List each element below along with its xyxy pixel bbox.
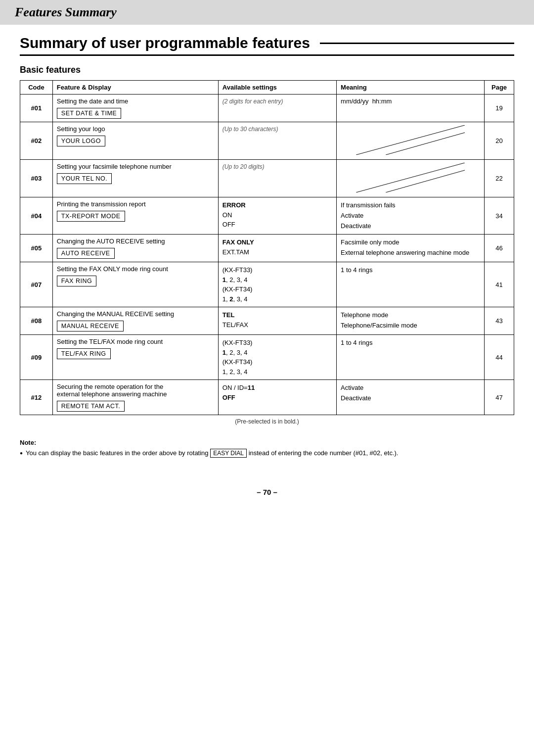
meaning-cell-01: mm/dd/yy hh:mm xyxy=(337,94,485,122)
table-row: #07 Setting the FAX ONLY mode ring count… xyxy=(20,262,514,307)
display-box-09: TEL/FAX RING xyxy=(57,348,111,359)
easy-dial-box: EASY DIAL xyxy=(210,449,247,458)
settings-cell-04: ERROR ON OFF xyxy=(218,197,336,235)
table-row: #05 Changing the AUTO RECEIVE setting AU… xyxy=(20,235,514,262)
features-table: Code Feature & Display Available setting… xyxy=(20,80,514,415)
feature-cell-02: Setting your logo YOUR LOGO xyxy=(52,122,218,160)
settings-cell-03: (Up to 20 digits) xyxy=(218,160,336,197)
display-box-12: REMOTE TAM ACT. xyxy=(57,401,125,412)
page-cell-03: 22 xyxy=(485,160,514,197)
table-row: #12 Securing the remote operation for th… xyxy=(20,380,514,415)
code-cell-03: #03 xyxy=(20,160,53,197)
preselected-note: (Pre-selected is in bold.) xyxy=(20,418,514,425)
col-header-settings: Available settings xyxy=(218,81,336,94)
diagonal-lines-03 xyxy=(341,163,480,192)
display-box-05: AUTO RECEIVE xyxy=(57,248,115,259)
page-footer: – 70 – xyxy=(20,488,514,496)
main-content: Summary of user programmable features Ba… xyxy=(0,25,534,516)
svg-line-2 xyxy=(356,163,465,192)
header-banner: Features Summary xyxy=(0,0,534,25)
code-cell-09: #09 xyxy=(20,335,53,380)
page-cell-01: 19 xyxy=(485,94,514,122)
diagonal-lines-02 xyxy=(341,125,480,155)
table-row: #09 Setting the TEL/FAX mode ring count … xyxy=(20,335,514,380)
page-cell-02: 20 xyxy=(485,122,514,160)
col-header-code: Code xyxy=(20,81,53,94)
code-cell-12: #12 xyxy=(20,380,53,415)
col-header-feature: Feature & Display xyxy=(52,81,218,94)
code-cell-08: #08 xyxy=(20,307,53,335)
meaning-cell-08: Telephone mode Telephone/Facsimile mode xyxy=(337,307,485,335)
meaning-cell-12: Activate Deactivate xyxy=(337,380,485,415)
svg-line-0 xyxy=(356,125,465,155)
display-box-07: FAX RING xyxy=(57,276,96,286)
display-box-08: MANUAL RECEIVE xyxy=(57,321,124,331)
code-cell-07: #07 xyxy=(20,262,53,307)
page-title: Summary of user programmable features xyxy=(20,35,514,56)
col-header-meaning: Meaning xyxy=(337,81,485,94)
meaning-cell-09: 1 to 4 rings xyxy=(337,335,485,380)
code-cell-02: #02 xyxy=(20,122,53,160)
meaning-cell-05: Facsimile only mode External telephone a… xyxy=(337,235,485,262)
code-cell-05: #05 xyxy=(20,235,53,262)
settings-cell-08: TEL TEL/FAX xyxy=(218,307,336,335)
meaning-cell-02 xyxy=(337,122,485,160)
feature-cell-07: Setting the FAX ONLY mode ring count FAX… xyxy=(52,262,218,307)
section-title: Basic features xyxy=(20,65,514,75)
feature-cell-04: Printing the transmission report TX-REPO… xyxy=(52,197,218,235)
settings-cell-01: (2 digits for each entry) xyxy=(218,94,336,122)
settings-cell-09: (KX-FT33) 1, 2, 3, 4 (KX-FT34) 1, 2, 3, … xyxy=(218,335,336,380)
note-bullet: You can display the basic features in th… xyxy=(20,448,514,458)
page-cell-09: 44 xyxy=(485,335,514,380)
page-cell-12: 47 xyxy=(485,380,514,415)
header-title: Features Summary xyxy=(15,5,117,19)
table-row: #03 Setting your facsimile telephone num… xyxy=(20,160,514,197)
page-cell-07: 41 xyxy=(485,262,514,307)
table-row: #01 Setting the date and time SET DATE &… xyxy=(20,94,514,122)
table-row: #04 Printing the transmission report TX-… xyxy=(20,197,514,235)
table-row: #02 Setting your logo YOUR LOGO (Up to 3… xyxy=(20,122,514,160)
note-section: Note: You can display the basic features… xyxy=(20,439,514,458)
display-box-02: YOUR LOGO xyxy=(57,136,105,146)
code-cell-04: #04 xyxy=(20,197,53,235)
feature-cell-09: Setting the TEL/FAX mode ring count TEL/… xyxy=(52,335,218,380)
page-cell-04: 34 xyxy=(485,197,514,235)
display-box-03: YOUR TEL NO. xyxy=(57,173,112,184)
meaning-cell-04: If transmission fails Activate Deactivat… xyxy=(337,197,485,235)
feature-cell-05: Changing the AUTO RECEIVE setting AUTO R… xyxy=(52,235,218,262)
settings-cell-07: (KX-FT33) 1, 2, 3, 4 (KX-FT34) 1, 2, 3, … xyxy=(218,262,336,307)
code-cell-01: #01 xyxy=(20,94,53,122)
settings-cell-02: (Up to 30 characters) xyxy=(218,122,336,160)
page-cell-05: 46 xyxy=(485,235,514,262)
feature-cell-01: Setting the date and time SET DATE & TIM… xyxy=(52,94,218,122)
settings-cell-12: ON / ID=11 OFF xyxy=(218,380,336,415)
display-box-01: SET DATE & TIME xyxy=(57,108,121,119)
feature-cell-12: Securing the remote operation for theext… xyxy=(52,380,218,415)
meaning-cell-07: 1 to 4 rings xyxy=(337,262,485,307)
display-box-04: TX-REPORT MODE xyxy=(57,211,125,222)
meaning-cell-03 xyxy=(337,160,485,197)
col-header-page: Page xyxy=(485,81,514,94)
feature-cell-08: Changing the MANUAL RECEIVE setting MANU… xyxy=(52,307,218,335)
page-cell-08: 43 xyxy=(485,307,514,335)
table-row: #08 Changing the MANUAL RECEIVE setting … xyxy=(20,307,514,335)
feature-cell-03: Setting your facsimile telephone number … xyxy=(52,160,218,197)
note-title: Note: xyxy=(20,439,514,446)
settings-cell-05: FAX ONLY EXT.TAM xyxy=(218,235,336,262)
